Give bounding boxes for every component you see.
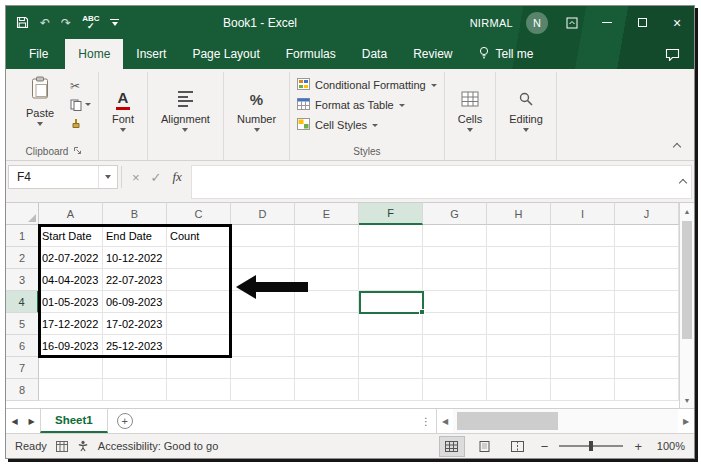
cell-B5[interactable]: 17-02-2023: [103, 313, 167, 335]
cut-icon[interactable]: ✂: [70, 78, 91, 93]
tell-me[interactable]: Tell me: [466, 39, 546, 69]
cell-E8[interactable]: [295, 379, 359, 401]
column-header-J[interactable]: J: [615, 203, 679, 225]
cell-C2[interactable]: [167, 247, 231, 269]
cell-J4[interactable]: [615, 291, 679, 313]
column-header-E[interactable]: E: [295, 203, 359, 225]
cell-B4[interactable]: 06-09-2023: [103, 291, 167, 313]
column-header-C[interactable]: C: [167, 203, 231, 225]
vertical-scroll-thumb[interactable]: [682, 221, 692, 339]
formula-bar-expand-icon[interactable]: [680, 172, 686, 190]
row-header-3[interactable]: 3: [6, 269, 39, 291]
cell-I8[interactable]: [551, 379, 615, 401]
sheet-nav-left-icon[interactable]: ◀: [6, 409, 23, 433]
row-header-7[interactable]: 7: [6, 357, 39, 379]
cell-C4[interactable]: [167, 291, 231, 313]
column-header-H[interactable]: H: [487, 203, 551, 225]
cell-I3[interactable]: [551, 269, 615, 291]
cell-E3[interactable]: [295, 269, 359, 291]
cell-J2[interactable]: [615, 247, 679, 269]
row-header-2[interactable]: 2: [6, 247, 39, 269]
column-header-F[interactable]: F: [359, 203, 423, 225]
cell-C8[interactable]: [167, 379, 231, 401]
cell-G8[interactable]: [423, 379, 487, 401]
avatar[interactable]: N: [526, 12, 548, 34]
conditional-formatting-button[interactable]: Conditional Formatting: [297, 75, 437, 95]
tab-file[interactable]: File: [12, 39, 65, 69]
cell-C7[interactable]: [167, 357, 231, 379]
cell-B8[interactable]: [103, 379, 167, 401]
cell-F7[interactable]: [359, 357, 423, 379]
cells-group-button[interactable]: Cells: [452, 84, 488, 132]
row-header-6[interactable]: 6: [6, 335, 39, 357]
tab-home[interactable]: Home: [65, 39, 123, 69]
normal-view-icon[interactable]: [440, 437, 464, 456]
comment-icon[interactable]: [651, 39, 694, 69]
collapse-ribbon-icon[interactable]: [670, 141, 684, 153]
cell-H3[interactable]: [487, 269, 551, 291]
cell-J5[interactable]: [615, 313, 679, 335]
cell-F3[interactable]: [359, 269, 423, 291]
scroll-up-icon[interactable]: ▲: [680, 203, 694, 219]
page-break-view-icon[interactable]: [506, 437, 530, 456]
cell-G6[interactable]: [423, 335, 487, 357]
row-header-8[interactable]: 8: [6, 379, 39, 401]
cell-A8[interactable]: [39, 379, 103, 401]
cell-J3[interactable]: [615, 269, 679, 291]
cell-B3[interactable]: 22-07-2023: [103, 269, 167, 291]
column-header-I[interactable]: I: [551, 203, 615, 225]
scroll-left-icon[interactable]: ◀: [437, 413, 453, 429]
cell-I2[interactable]: [551, 247, 615, 269]
cell-J8[interactable]: [615, 379, 679, 401]
cell-A4[interactable]: 01-05-2023: [39, 291, 103, 313]
cell-A6[interactable]: 16-09-2023: [39, 335, 103, 357]
horizontal-scrollbar[interactable]: ◀ ▶: [436, 409, 694, 433]
cell-E4[interactable]: [295, 291, 359, 313]
cell-F5[interactable]: [359, 313, 423, 335]
accessibility-status[interactable]: Accessibility: Good to go: [98, 440, 218, 452]
cell-B1[interactable]: End Date: [103, 225, 167, 247]
maximize-button[interactable]: [631, 12, 653, 34]
sheet-nav-right-icon[interactable]: ▶: [23, 409, 40, 433]
zoom-out-icon[interactable]: −: [539, 439, 551, 454]
accessibility-icon[interactable]: [77, 440, 89, 452]
tab-review[interactable]: Review: [400, 39, 465, 69]
copy-icon[interactable]: [70, 97, 91, 112]
column-header-D[interactable]: D: [231, 203, 295, 225]
cell-G2[interactable]: [423, 247, 487, 269]
redo-icon[interactable]: ↷: [61, 16, 71, 30]
sheet-tab-sheet1[interactable]: Sheet1: [40, 409, 108, 433]
tab-page-layout[interactable]: Page Layout: [179, 39, 272, 69]
cell-D7[interactable]: [231, 357, 295, 379]
name-box-dropdown-icon[interactable]: [98, 166, 117, 188]
tab-formulas[interactable]: Formulas: [273, 39, 349, 69]
page-layout-view-icon[interactable]: [473, 437, 497, 456]
zoom-slider-thumb[interactable]: [589, 441, 593, 451]
cell-G7[interactable]: [423, 357, 487, 379]
cell-H2[interactable]: [487, 247, 551, 269]
row-header-5[interactable]: 5: [6, 313, 39, 335]
insert-function-icon[interactable]: fx: [173, 169, 182, 185]
format-as-table-button[interactable]: Format as Table: [297, 95, 405, 115]
cell-G4[interactable]: [423, 291, 487, 313]
row-header-1[interactable]: 1: [6, 225, 39, 247]
horizontal-scroll-thumb[interactable]: [457, 412, 558, 430]
zoom-slider[interactable]: [559, 445, 623, 447]
cell-C3[interactable]: [167, 269, 231, 291]
clipboard-dialog-launcher-icon[interactable]: [73, 146, 82, 157]
undo-icon[interactable]: ↶: [40, 16, 50, 30]
spell-check-icon[interactable]: ABC ✓: [82, 15, 99, 30]
cell-E1[interactable]: [295, 225, 359, 247]
cell-H8[interactable]: [487, 379, 551, 401]
tab-data[interactable]: Data: [349, 39, 400, 69]
cell-D2[interactable]: [231, 247, 295, 269]
cell-D1[interactable]: [231, 225, 295, 247]
vertical-scrollbar[interactable]: ▲ ▼: [679, 203, 694, 408]
alignment-group-button[interactable]: Alignment: [155, 84, 216, 132]
column-header-B[interactable]: B: [103, 203, 167, 225]
cell-D4[interactable]: [231, 291, 295, 313]
tab-insert[interactable]: Insert: [123, 39, 179, 69]
cell-I1[interactable]: [551, 225, 615, 247]
name-box[interactable]: F4: [8, 165, 118, 189]
cell-G1[interactable]: [423, 225, 487, 247]
